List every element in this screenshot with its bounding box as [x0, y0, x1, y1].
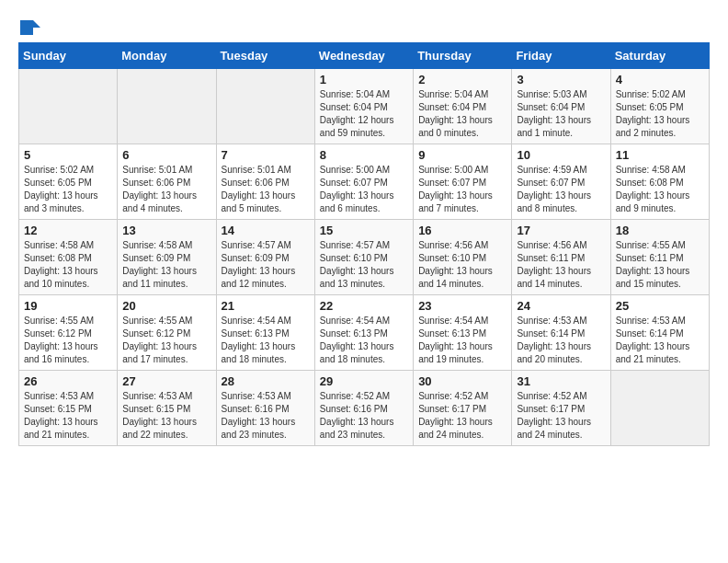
day-info: Sunrise: 4:56 AM Sunset: 6:11 PM Dayligh…	[517, 239, 605, 291]
day-number: 19	[24, 299, 112, 313]
day-of-week-header: Friday	[512, 43, 610, 69]
day-number: 31	[517, 374, 605, 388]
day-info: Sunrise: 5:02 AM Sunset: 6:05 PM Dayligh…	[24, 164, 112, 215]
day-number: 10	[517, 148, 605, 162]
calendar-week-row: 19Sunrise: 4:55 AM Sunset: 6:12 PM Dayli…	[19, 295, 710, 371]
calendar-cell: 7Sunrise: 5:01 AM Sunset: 6:06 PM Daylig…	[216, 144, 314, 220]
calendar-cell: 12Sunrise: 4:58 AM Sunset: 6:08 PM Dayli…	[19, 220, 118, 295]
calendar-header-row: SundayMondayTuesdayWednesdayThursdayFrid…	[19, 43, 710, 69]
day-number: 11	[616, 148, 704, 162]
calendar-cell: 27Sunrise: 4:53 AM Sunset: 6:15 PM Dayli…	[118, 371, 216, 446]
day-info: Sunrise: 4:58 AM Sunset: 6:08 PM Dayligh…	[616, 164, 704, 215]
day-number: 6	[122, 148, 210, 162]
day-number: 22	[320, 299, 408, 313]
day-info: Sunrise: 4:53 AM Sunset: 6:15 PM Dayligh…	[122, 390, 210, 442]
day-of-week-header: Tuesday	[216, 43, 314, 69]
day-info: Sunrise: 4:53 AM Sunset: 6:14 PM Dayligh…	[517, 315, 605, 366]
day-number: 8	[320, 148, 408, 162]
day-info: Sunrise: 4:55 AM Sunset: 6:12 PM Dayligh…	[122, 315, 210, 366]
day-info: Sunrise: 4:54 AM Sunset: 6:13 PM Dayligh…	[418, 315, 506, 366]
day-number: 16	[418, 224, 506, 237]
calendar-week-row: 5Sunrise: 5:02 AM Sunset: 6:05 PM Daylig…	[19, 144, 710, 220]
calendar-cell: 11Sunrise: 4:58 AM Sunset: 6:08 PM Dayli…	[610, 144, 709, 220]
day-number: 9	[418, 148, 506, 162]
calendar-cell: 4Sunrise: 5:02 AM Sunset: 6:05 PM Daylig…	[610, 69, 709, 144]
day-info: Sunrise: 4:55 AM Sunset: 6:11 PM Dayligh…	[616, 239, 704, 291]
day-number: 12	[24, 224, 112, 237]
day-number: 13	[122, 224, 210, 237]
day-info: Sunrise: 5:00 AM Sunset: 6:07 PM Dayligh…	[320, 164, 408, 215]
day-number: 17	[517, 224, 605, 237]
calendar-cell: 14Sunrise: 4:57 AM Sunset: 6:09 PM Dayli…	[216, 220, 314, 295]
day-info: Sunrise: 4:56 AM Sunset: 6:10 PM Dayligh…	[418, 239, 506, 291]
day-info: Sunrise: 4:53 AM Sunset: 6:15 PM Dayligh…	[24, 390, 112, 442]
day-number: 20	[122, 299, 210, 313]
day-number: 26	[24, 374, 112, 388]
calendar-cell: 19Sunrise: 4:55 AM Sunset: 6:12 PM Dayli…	[19, 295, 118, 371]
day-info: Sunrise: 4:54 AM Sunset: 6:13 PM Dayligh…	[320, 315, 408, 366]
calendar-cell: 3Sunrise: 5:03 AM Sunset: 6:04 PM Daylig…	[512, 69, 610, 144]
day-info: Sunrise: 5:04 AM Sunset: 6:04 PM Dayligh…	[418, 88, 506, 140]
day-number: 28	[222, 374, 310, 388]
calendar-cell: 13Sunrise: 4:58 AM Sunset: 6:09 PM Dayli…	[118, 220, 216, 295]
calendar-cell: 28Sunrise: 4:53 AM Sunset: 6:16 PM Dayli…	[216, 371, 314, 446]
day-info: Sunrise: 4:53 AM Sunset: 6:16 PM Dayligh…	[222, 390, 310, 442]
day-info: Sunrise: 4:52 AM Sunset: 6:17 PM Dayligh…	[418, 390, 506, 442]
logo-icon	[20, 20, 40, 35]
calendar-cell: 29Sunrise: 4:52 AM Sunset: 6:16 PM Dayli…	[314, 371, 413, 446]
day-info: Sunrise: 4:55 AM Sunset: 6:12 PM Dayligh…	[24, 315, 112, 366]
day-info: Sunrise: 5:00 AM Sunset: 6:07 PM Dayligh…	[418, 164, 506, 215]
calendar-cell: 16Sunrise: 4:56 AM Sunset: 6:10 PM Dayli…	[414, 220, 512, 295]
day-info: Sunrise: 4:52 AM Sunset: 6:16 PM Dayligh…	[320, 390, 408, 442]
day-number: 18	[616, 224, 704, 237]
calendar-cell: 17Sunrise: 4:56 AM Sunset: 6:11 PM Dayli…	[512, 220, 610, 295]
day-number: 25	[616, 299, 704, 313]
day-info: Sunrise: 5:01 AM Sunset: 6:06 PM Dayligh…	[222, 164, 310, 215]
day-number: 5	[24, 148, 112, 162]
calendar-cell: 9Sunrise: 5:00 AM Sunset: 6:07 PM Daylig…	[414, 144, 512, 220]
day-of-week-header: Saturday	[610, 43, 709, 69]
day-info: Sunrise: 4:58 AM Sunset: 6:09 PM Dayligh…	[122, 239, 210, 291]
day-of-week-header: Sunday	[19, 43, 118, 69]
day-number: 21	[222, 299, 310, 313]
day-number: 4	[616, 73, 704, 86]
day-number: 27	[122, 374, 210, 388]
calendar-cell: 15Sunrise: 4:57 AM Sunset: 6:10 PM Dayli…	[314, 220, 413, 295]
day-number: 23	[418, 299, 506, 313]
calendar-week-row: 12Sunrise: 4:58 AM Sunset: 6:08 PM Dayli…	[19, 220, 710, 295]
day-info: Sunrise: 4:59 AM Sunset: 6:07 PM Dayligh…	[517, 164, 605, 215]
day-number: 24	[517, 299, 605, 313]
page-header	[18, 18, 710, 33]
day-info: Sunrise: 4:57 AM Sunset: 6:09 PM Dayligh…	[222, 239, 310, 291]
day-info: Sunrise: 5:02 AM Sunset: 6:05 PM Dayligh…	[616, 88, 704, 140]
calendar-cell: 2Sunrise: 5:04 AM Sunset: 6:04 PM Daylig…	[414, 69, 512, 144]
calendar-cell: 6Sunrise: 5:01 AM Sunset: 6:06 PM Daylig…	[118, 144, 216, 220]
day-of-week-header: Thursday	[414, 43, 512, 69]
calendar-cell: 30Sunrise: 4:52 AM Sunset: 6:17 PM Dayli…	[414, 371, 512, 446]
svg-marker-0	[20, 20, 40, 35]
day-info: Sunrise: 4:58 AM Sunset: 6:08 PM Dayligh…	[24, 239, 112, 291]
day-info: Sunrise: 4:52 AM Sunset: 6:17 PM Dayligh…	[517, 390, 605, 442]
calendar-table: SundayMondayTuesdayWednesdayThursdayFrid…	[18, 42, 710, 446]
calendar-cell	[19, 69, 118, 144]
logo	[18, 18, 40, 33]
day-of-week-header: Wednesday	[314, 43, 413, 69]
day-of-week-header: Monday	[118, 43, 216, 69]
calendar-cell: 22Sunrise: 4:54 AM Sunset: 6:13 PM Dayli…	[314, 295, 413, 371]
calendar-cell: 1Sunrise: 5:04 AM Sunset: 6:04 PM Daylig…	[314, 69, 413, 144]
day-number: 15	[320, 224, 408, 237]
day-number: 2	[418, 73, 506, 86]
calendar-cell: 31Sunrise: 4:52 AM Sunset: 6:17 PM Dayli…	[512, 371, 610, 446]
calendar-cell: 24Sunrise: 4:53 AM Sunset: 6:14 PM Dayli…	[512, 295, 610, 371]
calendar-cell: 5Sunrise: 5:02 AM Sunset: 6:05 PM Daylig…	[19, 144, 118, 220]
calendar-cell: 8Sunrise: 5:00 AM Sunset: 6:07 PM Daylig…	[314, 144, 413, 220]
calendar-cell	[118, 69, 216, 144]
calendar-cell: 18Sunrise: 4:55 AM Sunset: 6:11 PM Dayli…	[610, 220, 709, 295]
calendar-cell: 21Sunrise: 4:54 AM Sunset: 6:13 PM Dayli…	[216, 295, 314, 371]
day-info: Sunrise: 5:04 AM Sunset: 6:04 PM Dayligh…	[320, 88, 408, 140]
day-number: 29	[320, 374, 408, 388]
calendar-week-row: 1Sunrise: 5:04 AM Sunset: 6:04 PM Daylig…	[19, 69, 710, 144]
day-number: 30	[418, 374, 506, 388]
calendar-cell: 10Sunrise: 4:59 AM Sunset: 6:07 PM Dayli…	[512, 144, 610, 220]
day-number: 7	[222, 148, 310, 162]
